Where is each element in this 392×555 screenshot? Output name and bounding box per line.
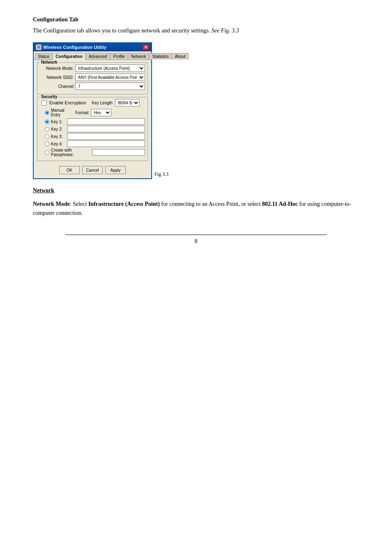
cancel-button[interactable]: Cancel	[82, 166, 103, 174]
tab-about[interactable]: About	[172, 53, 188, 60]
key3-row: Key 3:	[45, 133, 145, 140]
network-ssid-select-wrapper: ANY (First Available Access Point)	[75, 74, 145, 81]
dialog-app-icon: ☆	[36, 44, 42, 50]
tab-network[interactable]: Network	[128, 53, 149, 60]
network-mode-row: Network Mode: Infrastructure (Access Poi…	[40, 64, 145, 72]
network-ssid-row: Network SSID: ANY (First Available Acces…	[40, 74, 145, 81]
key2-label: Key 2:	[51, 127, 65, 131]
section-heading: Configuration Tab	[33, 16, 359, 23]
channel-row: Channel 7 1234 5689 1011	[40, 83, 145, 90]
adhoc-bold: 802.11 Ad-Hoc	[262, 201, 298, 207]
tab-advanced[interactable]: Advanced	[86, 53, 110, 60]
key-length-label: Key Length	[92, 101, 113, 105]
key1-label: Key 1:	[51, 120, 65, 124]
close-button[interactable]: ✕	[143, 44, 149, 50]
format-label: Format:	[75, 111, 89, 115]
format-select[interactable]: Hex ASCII	[91, 109, 111, 116]
key4-input[interactable]	[67, 140, 145, 147]
network-description: Network Mode: Select Infrastructure (Acc…	[33, 200, 359, 218]
passphrase-input[interactable]	[92, 149, 145, 156]
channel-select-wrapper: 7 1234 5689 1011	[75, 83, 145, 90]
passphrase-radio[interactable]	[45, 150, 49, 155]
key-length-select[interactable]: 80/64 Bit 128 Bit	[115, 99, 140, 106]
key3-radio[interactable]	[45, 134, 49, 139]
tab-configuration[interactable]: Configuration	[53, 53, 85, 60]
key1-input[interactable]	[67, 118, 145, 125]
dialog-titlebar: ☆ Wireless Configuration Utility ✕	[34, 43, 151, 51]
manual-entry-row: Manual Entry Format: Hex ASCII	[45, 108, 145, 117]
network-ssid-select[interactable]: ANY (First Available Access Point)	[75, 74, 145, 81]
page-number: 8	[33, 238, 359, 245]
manual-entry-label: Manual Entry	[51, 108, 74, 117]
passphrase-row: Create with Passphrase:	[45, 148, 145, 157]
security-group: Security Enable Encryption Key Length 80…	[37, 97, 148, 161]
tab-statistics[interactable]: Statistics	[149, 53, 171, 60]
apply-button[interactable]: Apply	[105, 166, 126, 174]
network-ssid-label: Network SSID:	[40, 75, 74, 80]
page-content: Configuration Tab The Configuration tab …	[33, 16, 359, 245]
enable-encryption-checkbox[interactable]	[42, 100, 47, 106]
desc2: for connecting to an Access Point, or se…	[160, 201, 262, 207]
tab-profile[interactable]: Profile	[110, 53, 127, 60]
desc1: : Select	[70, 201, 88, 207]
infrastructure-bold: Infrastructure (Access Point)	[88, 201, 160, 207]
key-length-select-wrapper: 80/64 Bit 128 Bit	[115, 99, 145, 106]
dialog-tabs: Status Configuration Advanced Profile Ne…	[34, 51, 151, 60]
key4-label: Key 4:	[51, 142, 65, 146]
enable-encryption-label: Enable Encryption	[49, 100, 86, 105]
key4-radio[interactable]	[45, 142, 49, 146]
network-mode-bold: Network Mode	[33, 201, 70, 207]
dialog-body: Network Network Mode: Infrastructure (Ac…	[34, 60, 151, 178]
key2-row: Key 2:	[45, 126, 145, 132]
network-group: Network Network Mode: Infrastructure (Ac…	[37, 62, 148, 94]
key1-radio[interactable]	[45, 120, 49, 124]
titlebar-left: ☆ Wireless Configuration Utility	[36, 44, 106, 50]
network-mode-select-wrapper: Infrastructure (Access Point) 802.11 Ad-…	[75, 64, 145, 72]
key3-input[interactable]	[67, 133, 145, 140]
page-divider	[65, 235, 326, 235]
key2-radio[interactable]	[45, 127, 49, 131]
key3-label: Key 3:	[51, 134, 65, 139]
manual-entry-radio[interactable]	[45, 111, 49, 115]
passphrase-label: Create with Passphrase:	[51, 148, 90, 157]
format-select-wrapper: Hex ASCII	[91, 109, 145, 116]
network-group-label: Network	[40, 60, 58, 64]
tab-status[interactable]: Status	[35, 53, 52, 60]
intro-text: The Configuration tab allows you to conf…	[33, 26, 359, 35]
channel-label: Channel	[40, 84, 74, 89]
network-mode-select[interactable]: Infrastructure (Access Point) 802.11 Ad-…	[75, 64, 145, 72]
key1-row: Key 1:	[45, 118, 145, 125]
channel-select[interactable]: 7 1234 5689 1011	[75, 83, 145, 90]
key2-input[interactable]	[67, 126, 145, 132]
intro-main: The Configuration tab allows you to conf…	[33, 28, 210, 34]
wireless-config-dialog: ☆ Wireless Configuration Utility ✕ Statu…	[33, 42, 152, 179]
fig-label: Fig 3.3	[154, 171, 168, 179]
security-group-label: Security	[40, 94, 58, 99]
dialog-wrapper: ☆ Wireless Configuration Utility ✕ Statu…	[33, 42, 359, 179]
network-mode-label: Network Mode:	[40, 66, 74, 71]
security-inner: Enable Encryption Key Length 80/64 Bit 1…	[40, 99, 145, 157]
dialog-title: Wireless Configuration Utility	[43, 45, 106, 50]
network-section-heading: Network	[33, 187, 359, 194]
key4-row: Key 4:	[45, 140, 145, 147]
ok-button[interactable]: OK	[59, 166, 80, 174]
encryption-row: Enable Encryption Key Length 80/64 Bit 1…	[42, 99, 145, 106]
dialog-buttons: OK Cancel Apply	[37, 164, 148, 176]
intro-italic: See Fig. 3.3	[212, 28, 239, 34]
